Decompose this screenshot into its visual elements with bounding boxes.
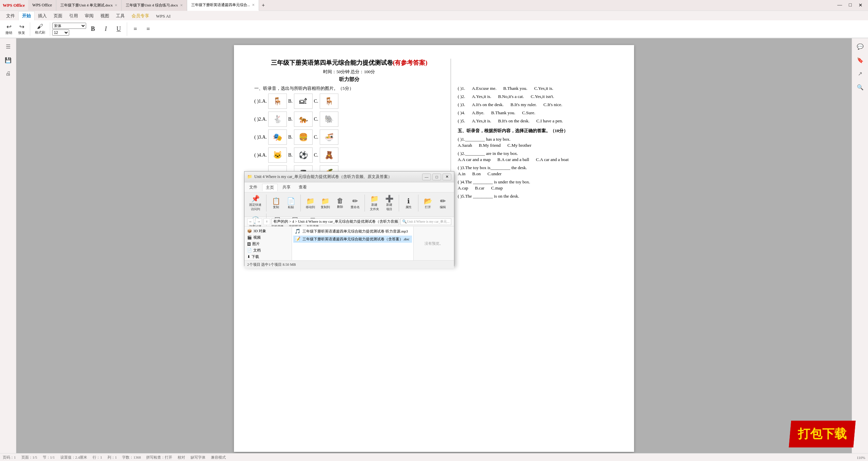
status-row: 列：1 — [107, 455, 117, 460]
s5-q3: ( )3.The toy box is_________ the desk. A… — [458, 165, 614, 177]
font-selector[interactable]: 宋体 — [52, 23, 86, 29]
fe-tab-view[interactable]: 查看 — [295, 184, 310, 191]
s4-q5: ( )5. A.Yes,it is. B.It's on the desk. C… — [458, 118, 614, 124]
ribbon-tab-view[interactable]: 视图 — [97, 12, 113, 20]
minimize-btn[interactable]: — — [835, 1, 845, 9]
ribbon-btn-align-center[interactable]: ≡ — [142, 25, 154, 33]
tab-unit4-comprehensive[interactable]: 三年级下册听英语通篇四单元综合... ✕ — [187, 0, 259, 11]
ribbon-btn-underline[interactable]: U — [113, 25, 125, 33]
sidebar-icon-comment[interactable]: 💬 — [855, 41, 866, 52]
sidebar-icon-share[interactable]: ↗ — [855, 68, 866, 79]
status-word-count: 字数：1368 — [122, 455, 141, 460]
tab-wps-office[interactable]: WPS Office — [28, 0, 56, 11]
fe-btn-delete[interactable]: 🗑 删除 — [333, 196, 347, 210]
fe-sidebar-3d[interactable]: 📦3D 对象 — [246, 228, 290, 234]
fe-minimize-btn[interactable]: — — [422, 174, 431, 180]
fe-status-count: 2个项目 选中1个项目 8.50 MB — [247, 262, 296, 267]
ribbon-btn-redo[interactable]: ↪恢复 — [16, 22, 28, 36]
fe-tab-file[interactable]: 文件 — [246, 184, 261, 191]
fe-btn-move-to[interactable]: 📁 移动到 — [303, 196, 317, 210]
fe-preview-pane: 没有预览。 — [413, 226, 454, 260]
ribbon-tab-home[interactable]: 开始 — [18, 11, 35, 20]
doc-subtitle1: 时间：50分钟 总分：100分 — [254, 69, 444, 75]
fe-forward-btn[interactable]: → — [255, 218, 262, 225]
tab-unit4-practice[interactable]: 三年级下册Unit 4 综合练习.docx ✕ — [122, 0, 187, 11]
fe-back-btn[interactable]: ← — [247, 218, 254, 225]
fe-btn-copy-to[interactable]: 📁 复制到 — [318, 196, 332, 210]
fe-btn-edit[interactable]: ✏ 编辑 — [436, 196, 450, 210]
fe-mp3-icon: 🎵 — [295, 228, 300, 234]
fe-up-btn[interactable]: ↑ — [263, 218, 270, 225]
sidebar-icon-save[interactable]: 💾 — [3, 55, 14, 65]
fe-mp3-name: 三年级下册听英语通篇四单元综合能力提优测试卷 听力音源.mp3 — [302, 229, 408, 234]
fe-sep1 — [266, 195, 267, 212]
fe-file-doc[interactable]: 📝 三年级下册听英语通篇四单元综合能力提优测试卷（含答案）.doc — [293, 236, 412, 243]
s4-q4: ( )4. A.Bye. B.Thank you. C.Sure. — [458, 110, 614, 116]
right-sidebar: 💬 🔖 ↗ 🔍 — [852, 38, 868, 453]
fe-sidebar-music[interactable]: 🎵音乐 — [246, 260, 290, 260]
fe-tab-share[interactable]: 共享 — [279, 184, 294, 191]
fe-file-mp3[interactable]: 🎵 三年级下册听英语通篇四单元综合能力提优测试卷 听力音源.mp3 — [293, 228, 412, 235]
restore-btn[interactable]: □ — [846, 1, 854, 9]
ribbon-tab-review[interactable]: 审阅 — [81, 12, 97, 20]
fe-search-text: Unit 4 Where is my car_单元... — [407, 219, 450, 224]
close-btn[interactable]: ✕ — [856, 1, 865, 9]
ribbon-tab-insert[interactable]: 插入 — [35, 12, 50, 20]
fe-doc-name: 三年级下册听英语通篇四单元综合能力提优测试卷（含答案）.doc — [302, 237, 410, 242]
ribbon-tab-ai[interactable]: WPS AI — [153, 12, 174, 20]
sidebar-icon-bookmark[interactable]: 🔖 — [855, 55, 866, 65]
status-page: 页码：1 — [3, 455, 16, 460]
ribbon-tab-page[interactable]: 页面 — [50, 12, 66, 20]
q3-img-b: 🍔 — [294, 129, 313, 145]
ribbon-btn-undo[interactable]: ↩撤销 — [3, 22, 15, 36]
fe-btn-pin-access[interactable]: 📌 固定快速访问列 — [247, 194, 263, 212]
status-spell: 拼写检查：打开 — [146, 455, 172, 460]
ribbon-tab-file[interactable]: 文件 — [3, 12, 18, 20]
ribbon-content: ↩撤销 ↪恢复 🖌格式刷 宋体 12 B I U ≡ ≡ — [0, 20, 868, 38]
s5-q5: ( )5.The _________ is on the desk. — [458, 194, 614, 199]
ribbon-tab-ref[interactable]: 引用 — [66, 12, 81, 20]
tab-unit4-test[interactable]: 三年级下册Unit 4 单元测试.docx ✕ — [56, 0, 122, 11]
s4-q3: ( )3. A.It's on the desk. B.It's my rule… — [458, 102, 614, 107]
new-tab-btn[interactable]: + — [259, 2, 268, 8]
section1-heading: 一、听录音，选出与所听内容相符的图片。（5分） — [254, 85, 444, 92]
fe-tab-home[interactable]: 主页 — [262, 184, 278, 191]
sidebar-icon-zoom[interactable]: 🔍 — [855, 82, 866, 93]
fe-sidebar-video[interactable]: 🎬视频 — [246, 234, 290, 241]
fe-close-btn[interactable]: ✕ — [442, 174, 451, 180]
ribbon-tab-vip[interactable]: 会员专享 — [128, 12, 153, 20]
ribbon: 文件 开始 插入 页面 引用 审阅 视图 工具 会员专享 WPS AI ↩撤销 … — [0, 11, 868, 38]
fe-sep3 — [364, 195, 365, 212]
sidebar-icon-nav[interactable]: ☰ — [3, 41, 14, 52]
fe-sidebar-documents[interactable]: 📄文档 — [246, 247, 290, 254]
q2-img-a: 🐇 — [268, 112, 287, 127]
fe-sidebar-pictures[interactable]: 🖼图片 — [246, 241, 290, 247]
ribbon-tab-tools[interactable]: 工具 — [113, 12, 128, 20]
ribbon-btn-align-left[interactable]: ≡ — [129, 25, 141, 33]
fe-btn-properties[interactable]: ℹ 属性 — [402, 196, 415, 210]
fe-sidebar-downloads[interactable]: ⬇下载 — [246, 254, 290, 260]
fe-restore-btn[interactable]: □ — [432, 174, 441, 180]
ribbon-btn-italic[interactable]: I — [100, 25, 112, 33]
ribbon-btn-bold[interactable]: B — [87, 25, 99, 33]
fe-btn-new-item[interactable]: ➕ 新建项目 — [382, 194, 396, 212]
fe-btn-new-folder[interactable]: 📁 新建文件夹 — [368, 194, 381, 212]
q1-img-a: 🪑 — [268, 94, 287, 109]
fe-breadcrumb[interactable]: 有声的的 > 4 > Unit 4 Where is my car_单元综合能力… — [272, 218, 399, 225]
fe-btn-paste[interactable]: 📄 粘贴 — [284, 196, 298, 210]
statusbar: 页码：1 页面：1/5 节：1/1 设置值：2.4厘米 行：1 列：1 字数：1… — [0, 453, 868, 461]
titlebar: WPS Office WPS Office 三年级下册Unit 4 单元测试.d… — [0, 0, 868, 11]
font-size-selector[interactable]: 12 — [52, 29, 69, 36]
ribbon-tabs: 文件 开始 插入 页面 引用 审阅 视图 工具 会员专享 WPS AI — [0, 11, 868, 20]
fe-btn-copy[interactable]: 📋 复制 — [269, 196, 283, 210]
fe-statusbar: 2个项目 选中1个项目 8.50 MB — [244, 260, 454, 268]
sidebar-icon-print[interactable]: 🖨 — [3, 68, 14, 79]
s5-q4: ( )4.The _________ is under the toy box.… — [458, 179, 614, 191]
ribbon-btn-format-painter[interactable]: 🖌格式刷 — [32, 22, 48, 36]
fe-btn-rename[interactable]: ✏ 重命名 — [348, 196, 362, 210]
tab-bar: WPS Office 三年级下册Unit 4 单元测试.docx ✕ 三年级下册… — [28, 0, 834, 11]
fe-btn-open[interactable]: 📂 打开 — [421, 196, 435, 210]
section5-heading: 五、听录音，根据所听内容，选择正确的答案。（10分） — [458, 128, 614, 134]
left-sidebar: ☰ 💾 🖨 — [0, 38, 16, 453]
fe-search-box[interactable]: 🔍 Unit 4 Where is my car_单元... — [400, 218, 451, 225]
